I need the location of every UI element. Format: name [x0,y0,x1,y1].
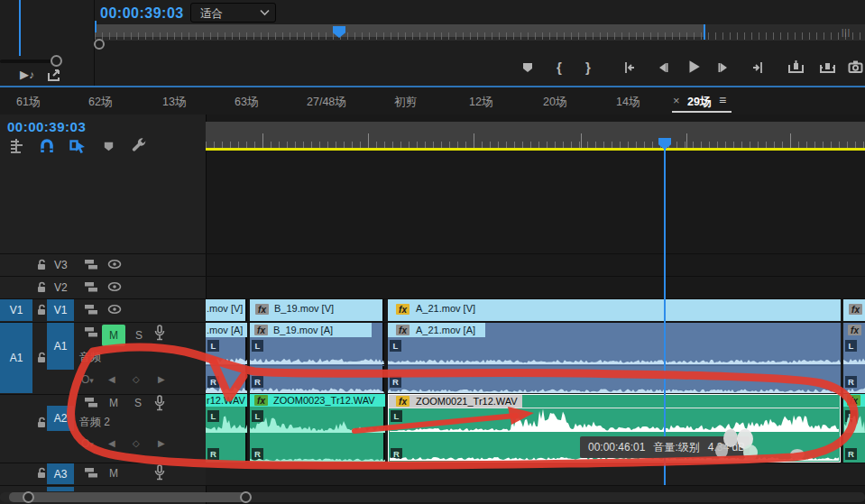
snap-icon[interactable] [39,138,55,153]
lock-icon[interactable] [36,259,47,270]
next-keyframe-icon[interactable]: ▶ [158,374,165,384]
linked-selection-icon[interactable] [69,138,87,154]
ruler-major-tick [474,133,474,149]
hscrollbar-right-handle[interactable] [240,491,252,503]
timeline-marker-icon[interactable] [102,140,115,153]
tab-13[interactable]: 13场 [162,95,186,110]
add-keyframe-icon[interactable]: ◇ [133,374,140,384]
extract-icon[interactable] [819,60,836,75]
eye-icon[interactable] [107,259,122,270]
solo-button-a2[interactable]: S [134,397,142,409]
tooltip-label: 音量:级别 [653,440,699,455]
monitor-ruler-ticks [95,32,865,40]
eye-icon[interactable] [107,304,122,315]
tab-20[interactable]: 20场 [543,95,566,110]
sync-lock-icon[interactable] [84,397,98,408]
eye-icon[interactable] [107,281,122,292]
go-to-in-icon[interactable] [622,60,637,75]
track-a3-select[interactable]: A3 [47,463,74,484]
clip-title-strip: r12.WAV [206,394,247,407]
play-audio-icon[interactable]: ▶♪ [20,68,34,81]
export-frame-small-icon[interactable] [47,69,61,82]
tab-close-icon[interactable]: × [673,94,680,107]
solo-button-a1[interactable]: S [135,329,143,342]
lock-icon[interactable] [36,417,47,428]
mic-icon[interactable] [153,395,166,412]
channel-left-badge: L [845,340,857,352]
step-forward-icon[interactable] [717,60,732,75]
mute-button-a2[interactable]: M [109,397,118,409]
keyframe-toggle-icon[interactable]: O▾ [81,373,94,386]
tab-61[interactable]: 61场 [16,95,40,110]
monitor-ruler-end-marks: ||| [842,28,851,37]
lock-icon[interactable] [36,352,47,363]
wrench-icon[interactable] [131,137,148,154]
track-v2-label[interactable]: V2 [54,281,68,294]
clip-label: r12.WAV [207,395,245,406]
lock-icon[interactable] [36,281,47,293]
export-frame-icon[interactable] [848,60,863,74]
go-to-out-icon[interactable] [750,60,765,75]
zoom-level-select[interactable]: 适合 [190,3,276,23]
mark-in-icon[interactable]: { [557,60,562,75]
monitor-timecode[interactable]: 00:00:39:03 [100,5,184,22]
waveform [844,411,865,433]
source-patch-a1[interactable]: A1 [0,323,32,393]
tab-menu-icon[interactable]: ≡ [719,93,726,107]
mark-out-icon[interactable]: } [585,60,591,75]
left-zoom-scrollbar[interactable] [0,60,56,63]
channel-right-badge: R [207,448,219,460]
add-marker-icon[interactable] [520,60,535,75]
monitor-out-bracket[interactable] [704,24,705,40]
sync-lock-icon[interactable] [84,259,98,270]
tab-12[interactable]: 12场 [469,95,492,110]
mute-button-a1[interactable]: M [102,325,125,346]
tab-63[interactable]: 63场 [235,95,258,110]
timeline-playhead-line[interactable] [664,149,666,485]
source-patch-v1[interactable]: V1 [0,299,32,321]
waveform [843,353,865,364]
sequence-tab-bar [0,87,865,115]
hscrollbar-left-handle[interactable] [23,491,34,503]
track-a1-select[interactable]: A1 [47,323,74,370]
sync-lock-icon[interactable] [84,304,98,316]
mute-button-a3[interactable]: M [109,467,118,480]
left-zoom-handle[interactable] [51,55,62,67]
tab-14[interactable]: 14场 [616,95,640,110]
timeline-timecode[interactable]: 00:00:39:03 [7,119,86,134]
tab-chujian[interactable]: 初剪 [394,95,417,110]
clip-v1-4[interactable]: fx [843,299,865,321]
track-a4-partial [47,487,74,491]
lift-icon[interactable] [787,60,805,75]
tab-62[interactable]: 62场 [88,95,112,110]
add-keyframe-icon[interactable]: ◇ [133,438,140,448]
hscrollbar-thumb[interactable] [9,492,245,502]
step-back-icon[interactable] [655,60,669,75]
monitor-scroll-handle[interactable] [94,39,105,50]
play-button-icon[interactable] [686,59,702,75]
clip-v1-3[interactable]: fx A_21.mov [V] [388,299,841,321]
track-a2-name[interactable]: 音频 2 [79,415,110,430]
left-panel-playhead[interactable] [19,0,21,56]
display-settings-icon[interactable] [9,138,25,154]
sync-lock-icon[interactable] [84,326,98,338]
ruler-major-tick [790,133,791,149]
track-v3-label[interactable]: V3 [54,259,68,271]
mic-icon[interactable] [153,464,166,481]
track-v1-select[interactable]: V1 [47,299,74,321]
sync-lock-icon[interactable] [84,467,98,479]
keyframe-toggle-icon[interactable]: O▾ [81,437,94,450]
prev-keyframe-icon[interactable]: ◀ [108,438,115,448]
track-a1-name[interactable]: 音频 [79,350,101,365]
prev-keyframe-icon[interactable]: ◀ [108,374,115,384]
next-keyframe-icon[interactable]: ▶ [158,438,165,448]
track-a2-select[interactable]: A2 [47,406,74,431]
lock-icon[interactable] [36,467,47,479]
sync-lock-icon[interactable] [84,281,98,293]
tab-27-48[interactable]: 27/48场 [307,95,346,110]
lock-icon[interactable] [36,304,47,316]
mic-icon[interactable] [153,325,166,342]
tab-29-active[interactable]: 29场 [687,95,711,110]
clip-v1-2[interactable]: fx B_19.mov [V] [250,299,384,321]
clip-v1-1[interactable]: .mov [V] [206,299,247,321]
